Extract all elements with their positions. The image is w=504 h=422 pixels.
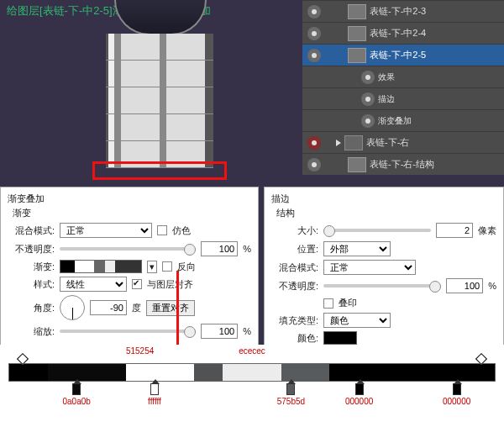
opacity-label: 不透明度: [271, 280, 318, 293]
layer-row[interactable]: 表链-下-中2-5 [302, 44, 504, 66]
stroke-panel: 描边 结构 大小: 像素 位置: 外部 混合模式: 正常 不透明度: % 叠印 … [264, 187, 504, 346]
layer-row[interactable]: 效果 [302, 66, 504, 87]
visibility-eye-icon[interactable] [361, 114, 375, 128]
opacity-slider[interactable] [323, 284, 441, 287]
color-stop[interactable] [286, 383, 295, 395]
gradient-overlay-panel: 渐变叠加 渐变 混合模式: 正常 仿色 不透明度: % 渐变: ▾ 反向 样式:… [0, 187, 259, 346]
layer-label: 表链-下-右 [366, 136, 409, 149]
color-hex-label: 0a0a0b [63, 397, 91, 406]
color-hex-label: 000000 [443, 397, 470, 406]
color-hex-label: ececec [239, 346, 265, 356]
angle-label: 角度: [8, 302, 55, 314]
reverse-checkbox[interactable] [162, 261, 172, 272]
color-label: 颜色: [271, 332, 318, 345]
reverse-label: 反向 [177, 261, 196, 273]
layer-row[interactable]: 表链-下-右-结构 [302, 153, 504, 175]
layer-row[interactable]: 表链-下-中2-3 [302, 0, 504, 22]
visibility-eye-icon[interactable] [307, 49, 321, 62]
layer-row[interactable]: 描边 [302, 87, 504, 109]
position-select[interactable]: 外部 [323, 241, 391, 256]
knockout-checkbox[interactable] [323, 298, 333, 309]
scale-label: 缩放: [8, 325, 55, 338]
gradient-label: 渐变: [8, 261, 55, 273]
visibility-eye-icon[interactable] [361, 71, 375, 84]
color-hex-label: 515254 [126, 346, 154, 356]
layer-thumbnail [348, 157, 366, 172]
visibility-eye-icon[interactable] [307, 158, 321, 171]
style-label: 样式: [8, 278, 55, 291]
visibility-eye-icon[interactable] [307, 27, 321, 40]
color-stop[interactable] [150, 383, 159, 395]
layer-label: 效果 [378, 71, 395, 83]
gradient-editor: 515254ececec0a0a0bffffff575b5d0000000000… [0, 345, 504, 422]
opacity-label: 不透明度: [8, 243, 55, 256]
scale-slider[interactable] [60, 330, 196, 333]
blend-mode-select[interactable]: 正常 [60, 223, 152, 238]
color-stop[interactable] [72, 383, 81, 395]
gradient-picker-arrow[interactable]: ▾ [147, 261, 157, 273]
gradient-preview[interactable] [60, 260, 142, 273]
layers-panel: 表链-下-中2-3表链-下-中2-4表链-下-中2-5效果描边渐变叠加表链-下-… [302, 0, 504, 175]
panel-title: 描边 [271, 193, 496, 205]
angle-dial[interactable] [60, 295, 85, 320]
panel-section: 渐变 [13, 207, 251, 219]
scale-input[interactable] [201, 324, 238, 339]
blend-mode-label: 混合模式: [8, 224, 55, 237]
layer-label: 表链-下-中2-4 [370, 27, 426, 40]
color-hex-label: ffffff [148, 397, 161, 406]
size-input[interactable] [436, 223, 473, 238]
style-select[interactable]: 线性 [60, 277, 127, 292]
knockout-label: 叠印 [339, 297, 357, 309]
layer-label: 表链-下-右-结构 [370, 158, 434, 171]
align-label: 与图层对齐 [147, 278, 193, 291]
opacity-input[interactable] [446, 278, 483, 293]
panel-section: 结构 [276, 207, 496, 219]
layer-thumbnail [348, 26, 366, 41]
folder-icon [344, 135, 363, 150]
visibility-eye-icon[interactable] [307, 5, 321, 18]
size-slider[interactable] [323, 229, 431, 232]
size-label: 大小: [271, 224, 318, 237]
color-swatch[interactable] [323, 331, 357, 345]
folder-triangle-icon[interactable] [336, 140, 341, 146]
dither-checkbox[interactable] [157, 225, 167, 235]
align-checkbox[interactable] [132, 279, 142, 289]
opacity-slider[interactable] [60, 247, 196, 251]
visibility-eye-icon[interactable] [361, 92, 375, 106]
layer-label: 表链-下-中2-3 [370, 5, 426, 18]
color-hex-label: 575b5d [277, 397, 305, 406]
highlight-box [92, 161, 227, 180]
position-label: 位置: [271, 243, 318, 256]
layer-label: 渐变叠加 [378, 115, 412, 127]
fill-type-select[interactable]: 颜色 [323, 313, 391, 328]
angle-input[interactable] [90, 300, 127, 315]
preview-watch [91, 0, 225, 177]
opacity-input[interactable] [201, 241, 238, 256]
color-stop[interactable] [453, 383, 461, 395]
blend-mode-label: 混合模式: [271, 261, 318, 274]
layer-row[interactable]: 表链-下-中2-4 [302, 22, 504, 44]
blend-mode-select[interactable]: 正常 [323, 260, 416, 275]
layer-label: 表链-下-中2-5 [370, 49, 426, 61]
reset-align-button[interactable]: 重置对齐 [146, 300, 195, 316]
color-hex-label: 000000 [345, 397, 373, 406]
layer-thumbnail [348, 4, 366, 19]
color-stop[interactable] [355, 383, 364, 395]
layer-label: 描边 [378, 93, 395, 105]
fill-type-label: 填充类型: [271, 314, 318, 327]
dither-label: 仿色 [172, 224, 191, 237]
layer-thumbnail [348, 48, 366, 63]
layer-row[interactable]: 渐变叠加 [302, 109, 504, 131]
visibility-eye-icon[interactable] [307, 136, 321, 150]
panel-title: 渐变叠加 [8, 193, 251, 205]
layer-row[interactable]: 表链-下-右 [302, 131, 504, 153]
